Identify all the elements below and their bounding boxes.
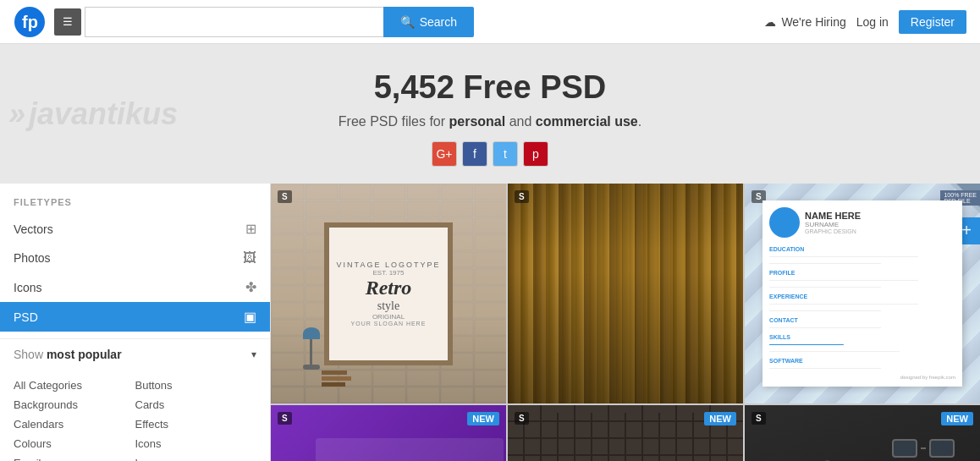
category-buttons[interactable]: Buttons xyxy=(135,376,257,394)
grid-item-6[interactable]: S NEW xyxy=(745,405,980,461)
resume-image: 100% FREEPSD FILE NAME HERE SURNAME GRAP… xyxy=(745,184,980,403)
hiring-label: We're Hiring xyxy=(781,15,845,29)
vectors-label: Vectors xyxy=(14,222,53,236)
grid-item-2[interactable]: S xyxy=(508,184,743,403)
vectors-icon: ⊞ xyxy=(245,221,256,237)
search-icon: 🔍 xyxy=(400,15,415,29)
category-effects[interactable]: Effects xyxy=(135,415,257,433)
arrows-icon: » xyxy=(8,96,25,132)
subtitle-personal: personal xyxy=(449,114,506,129)
search-form: 🔍 Search xyxy=(85,7,474,37)
photos-icon: 🖼 xyxy=(243,250,256,266)
image-grid: VINTAGE LOGOTYPE EST. 1975 Retro style O… xyxy=(271,184,980,461)
watermark-text: javantikus xyxy=(29,96,178,132)
category-colours[interactable]: Colours xyxy=(14,435,135,453)
icons-label: Icons xyxy=(14,281,41,294)
grid-item-3[interactable]: 100% FREEPSD FILE NAME HERE SURNAME GRAP… xyxy=(745,184,980,403)
twitter-button[interactable]: t xyxy=(493,141,518,167)
google-plus-button[interactable]: G+ xyxy=(432,141,457,167)
header: fp ☰ 🔍 Search ☁ We're Hiring Log in Regi… xyxy=(0,0,980,44)
sidebar-item-photos[interactable]: Photos 🖼 xyxy=(0,244,270,272)
svg-text:fp: fp xyxy=(22,13,38,31)
hamburger-button[interactable]: ☰ xyxy=(54,8,81,36)
filetypes-label: FILETYPES xyxy=(0,197,270,214)
grid-item-4[interactable]: C Louis Smith YOUR COMPANY JOB POSITION … xyxy=(271,405,506,461)
social-icons: G+ f t p xyxy=(17,141,963,167)
psd-icon: ▣ xyxy=(244,309,256,325)
hamburger-icon: ☰ xyxy=(63,15,73,28)
facebook-button[interactable]: f xyxy=(462,141,487,167)
search-btn-label: Search xyxy=(420,15,457,29)
category-cards[interactable]: Cards xyxy=(135,396,257,414)
header-right: ☁ We're Hiring Log in Register xyxy=(764,10,966,34)
subtitle-pre: Free PSD files for xyxy=(339,114,449,129)
sidebar-item-icons[interactable]: Icons ✤ xyxy=(0,272,270,302)
watermark: » javantikus xyxy=(8,96,178,132)
grid-item-5[interactable]: S NEW xyxy=(508,405,743,461)
search-input[interactable] xyxy=(85,7,383,37)
category-logos[interactable]: Logos xyxy=(135,454,257,461)
icons-icon: ✤ xyxy=(245,279,256,295)
show-label: Show xyxy=(14,348,43,361)
hiring-link[interactable]: ☁ We're Hiring xyxy=(764,15,845,29)
freepik-logo-icon: fp xyxy=(14,6,46,38)
category-backgrounds[interactable]: Backgrounds xyxy=(14,396,135,414)
logo[interactable]: fp xyxy=(14,6,46,38)
register-button[interactable]: Register xyxy=(899,10,966,34)
category-emails[interactable]: Emails xyxy=(14,454,135,461)
subtitle-mid: and xyxy=(505,114,536,129)
categories-grid: All Categories Buttons Backgrounds Cards… xyxy=(0,370,270,461)
category-all[interactable]: All Categories xyxy=(14,376,135,394)
most-popular-label: most popular xyxy=(47,348,122,361)
hero-section: » javantikus 5,452 Free PSD Free PSD fil… xyxy=(0,44,980,184)
category-icons[interactable]: Icons xyxy=(135,435,257,453)
main-content: FILETYPES Vectors ⊞ Photos 🖼 Icons ✤ PSD… xyxy=(0,184,980,461)
photos-label: Photos xyxy=(14,251,51,265)
sidebar-item-vectors[interactable]: Vectors ⊞ xyxy=(0,214,270,244)
login-link[interactable]: Log in xyxy=(856,15,889,29)
grid-item-1[interactable]: VINTAGE LOGOTYPE EST. 1975 Retro style O… xyxy=(271,184,506,403)
pinterest-button[interactable]: p xyxy=(523,141,548,167)
chevron-down-icon: ▾ xyxy=(251,348,256,360)
login-label: Log in xyxy=(856,15,889,29)
cloud-icon: ☁ xyxy=(764,15,776,29)
sidebar-item-psd[interactable]: PSD ▣ xyxy=(0,302,270,332)
psd-label: PSD xyxy=(14,310,38,324)
category-calendars[interactable]: Calendars xyxy=(14,415,135,433)
show-popular-dropdown[interactable]: Show most popular ▾ xyxy=(0,338,270,370)
search-button[interactable]: 🔍 Search xyxy=(383,7,474,37)
sidebar: FILETYPES Vectors ⊞ Photos 🖼 Icons ✤ PSD… xyxy=(0,184,271,461)
subtitle-end: . xyxy=(638,114,641,129)
register-label: Register xyxy=(911,15,955,29)
subtitle-commercial: commercial use xyxy=(536,114,638,129)
